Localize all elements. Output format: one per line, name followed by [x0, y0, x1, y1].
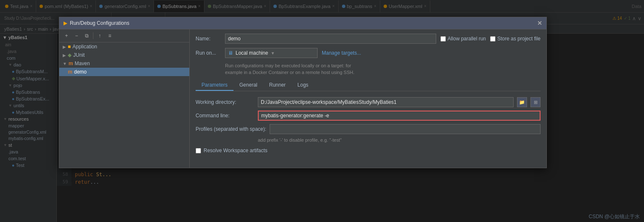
tree-child-spacer	[63, 70, 66, 74]
toolbar-separator	[93, 32, 93, 39]
profiles-hint: add prefix '-' to disable profile, e.g. …	[196, 137, 541, 143]
tab-logs[interactable]: Logs	[292, 80, 314, 91]
name-row: Name: Allow parallel run Store as projec…	[196, 34, 541, 44]
dialog-titlebar: ▶ Run/Debug Configurations ✕	[59, 17, 546, 29]
copy-config-button[interactable]: ⧉	[82, 31, 91, 40]
allow-parallel-label: Allow parallel run	[440, 36, 486, 42]
tree-expand-icon: ▼	[63, 61, 67, 66]
junit-folder-icon: ◆	[68, 52, 72, 58]
manage-targets-link[interactable]: Manage targets...	[322, 50, 361, 56]
profiles-input[interactable]	[270, 124, 541, 134]
dialog-toolbar: + − ⧉ ↑ ≡	[59, 29, 189, 42]
resolve-workspace-label: Resolve Workspace artifacts	[204, 148, 268, 153]
resolve-workspace-row: Resolve Workspace artifacts	[196, 146, 541, 153]
run-on-label: Run on...	[196, 50, 221, 56]
config-tree: ▶ ■ Application ▶ ◆ JUnit ▼ m Maven	[59, 42, 189, 168]
parameters-fields: Working directory: 📁 ⊞ Command line: Pro…	[196, 95, 541, 153]
command-line-input[interactable]	[258, 111, 541, 121]
run-on-row: Run on... 🖥 Local machine ▼ Manage targe…	[196, 48, 541, 58]
maven-item-icon: m	[68, 69, 72, 75]
local-machine-select[interactable]: 🖥 Local machine ▼	[225, 48, 318, 58]
dialog-close-button[interactable]: ✕	[537, 20, 542, 26]
profiles-label: Profiles (separated with space):	[196, 126, 266, 132]
dialog-title: ▶ Run/Debug Configurations	[64, 20, 129, 26]
working-dir-row: Working directory: 📁 ⊞	[196, 97, 541, 107]
browse-folder-button[interactable]: 📁	[517, 97, 527, 107]
tab-general[interactable]: General	[233, 80, 263, 91]
store-project-checkbox[interactable]	[490, 36, 496, 42]
name-input[interactable]	[225, 34, 436, 44]
move-up-button[interactable]: ↑	[95, 31, 104, 40]
sort-button[interactable]: ≡	[105, 31, 114, 40]
allow-parallel-checkbox[interactable]	[440, 36, 446, 42]
tab-parameters[interactable]: Parameters	[196, 80, 233, 91]
tab-runner[interactable]: Runner	[263, 80, 292, 91]
add-config-button[interactable]: +	[62, 31, 71, 40]
command-line-label: Command line:	[196, 113, 254, 119]
select-dropdown-icon: ▼	[270, 51, 275, 56]
resolve-workspace-checkbox[interactable]	[196, 148, 201, 153]
remove-config-button[interactable]: −	[72, 31, 81, 40]
dialog-right-panel: Name: Allow parallel run Store as projec…	[190, 29, 546, 168]
tree-expand-icon: ▶	[63, 53, 66, 58]
tree-expand-icon: ▶	[63, 45, 66, 49]
store-project-label: Store as project file	[490, 36, 541, 42]
modal-overlay: ▶ Run/Debug Configurations ✕ + − ⧉ ↑ ≡	[0, 0, 644, 222]
dialog-parameter-tabs: Parameters General Runner Logs	[196, 80, 541, 91]
name-label: Name:	[196, 36, 221, 42]
machine-icon: 🖥	[228, 50, 233, 56]
profiles-row: Profiles (separated with space):	[196, 124, 541, 134]
tree-item-demo[interactable]: m demo	[59, 68, 189, 76]
browse-vars-button[interactable]: ⊞	[530, 97, 541, 107]
tree-item-maven-folder[interactable]: ▼ m Maven	[59, 59, 189, 68]
working-dir-input[interactable]	[258, 97, 514, 107]
run-config-icon: ▶	[64, 20, 67, 26]
run-description: Run configurations may be executed local…	[196, 62, 541, 76]
watermark: CSDN @心如镜止于水	[588, 213, 640, 220]
working-dir-label: Working directory:	[196, 99, 254, 105]
dialog-left-panel: + − ⧉ ↑ ≡ ▶ ■ Application	[59, 29, 190, 168]
application-folder-icon: ■	[68, 44, 71, 50]
maven-folder-icon: m	[69, 61, 73, 66]
dialog-body: + − ⧉ ↑ ≡ ▶ ■ Application	[59, 29, 546, 168]
ide-window: Test.java × pom.xml (MyBaties1) × genera…	[0, 0, 644, 222]
command-line-row: Command line:	[196, 111, 541, 121]
tree-item-application[interactable]: ▶ ■ Application	[59, 42, 189, 51]
tree-item-junit[interactable]: ▶ ◆ JUnit	[59, 51, 189, 59]
run-debug-dialog: ▶ Run/Debug Configurations ✕ + − ⧉ ↑ ≡	[59, 17, 547, 168]
